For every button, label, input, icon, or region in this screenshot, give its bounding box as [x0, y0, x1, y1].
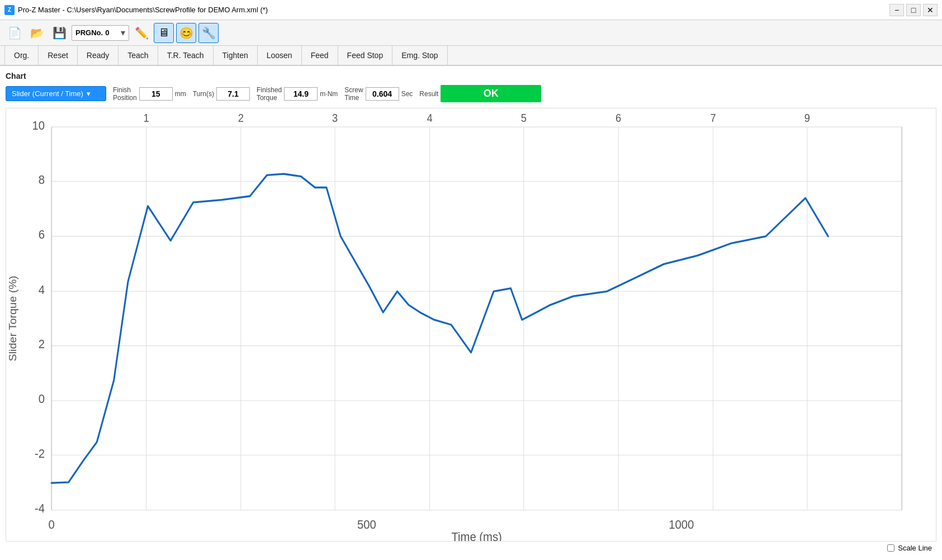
nav-reset[interactable]: Reset	[39, 46, 78, 65]
finish-position-label: FinishPosition	[113, 86, 137, 102]
svg-text:4: 4	[39, 283, 45, 296]
finish-position-group: FinishPosition 15 mm	[113, 86, 186, 102]
nav-feed[interactable]: Feed	[302, 46, 338, 65]
prg-group: PRGNo. 0 ▾	[72, 25, 129, 41]
nav-loosen[interactable]: Loosen	[258, 46, 302, 65]
finished-torque-unit: m·Nm	[320, 90, 338, 98]
navbar: Org. Reset Ready Teach T.R. Teach Tighte…	[0, 46, 942, 66]
result-value: OK	[441, 85, 541, 102]
svg-text:6: 6	[616, 112, 621, 125]
screw-time-label: ScrewTime	[344, 86, 363, 102]
scale-line-row: Scale Line	[6, 542, 936, 554]
nav-emg-stop[interactable]: Emg. Stop	[392, 46, 447, 65]
new-file-button[interactable]: 📄	[4, 23, 25, 43]
prg-value: 0	[105, 29, 119, 37]
nav-ready[interactable]: Ready	[78, 46, 119, 65]
toolbar: 📄 📂 💾 PRGNo. 0 ▾ ✏️ 🖥 😊 🔧	[0, 20, 942, 46]
prg-dropdown-icon[interactable]: ▾	[121, 27, 125, 38]
svg-text:4: 4	[427, 112, 433, 125]
chart-area: 10 8 6 4 2 0 -2 -4 0 500 1000 1 2 3 4 5 …	[6, 108, 936, 542]
close-button[interactable]: ✕	[923, 4, 938, 16]
title-bar: Z Pro-Z Master - C:\Users\Ryan\Documents…	[0, 0, 942, 20]
turns-label: Turn(s)	[193, 90, 214, 98]
turns-value: 7.1	[216, 87, 250, 101]
nav-tighten[interactable]: Tighten	[214, 46, 258, 65]
svg-text:1000: 1000	[669, 518, 694, 531]
window-controls: − □ ✕	[889, 4, 938, 16]
svg-text:0: 0	[39, 392, 45, 406]
screw-time-group: ScrewTime 0.604 Sec	[344, 86, 413, 102]
finish-position-value: 15	[139, 87, 173, 101]
nav-org[interactable]: Org.	[4, 46, 39, 65]
scale-line-checkbox[interactable]	[887, 544, 894, 552]
svg-text:6: 6	[39, 228, 45, 241]
dropdown-label: Slider (Current / Time)	[12, 89, 83, 98]
chart-title: Chart	[6, 72, 936, 80]
svg-text:10: 10	[32, 118, 45, 132]
settings-button[interactable]: 🔧	[198, 23, 219, 43]
open-file-button[interactable]: 📂	[27, 23, 47, 43]
screw-time-value: 0.604	[366, 87, 399, 101]
svg-text:5: 5	[521, 112, 527, 125]
svg-text:Time (ms): Time (ms)	[451, 530, 501, 541]
screw-time-unit: Sec	[401, 90, 413, 98]
chart-svg: 10 8 6 4 2 0 -2 -4 0 500 1000 1 2 3 4 5 …	[6, 108, 936, 541]
svg-text:2: 2	[39, 337, 45, 350]
controls-row: Slider (Current / Time) ▾ FinishPosition…	[6, 85, 936, 102]
nav-tr-teach[interactable]: T.R. Teach	[158, 46, 214, 65]
svg-rect-0	[6, 108, 936, 541]
window-title: Pro-Z Master - C:\Users\Ryan\Documents\S…	[18, 6, 268, 14]
svg-text:2: 2	[238, 112, 244, 125]
edit-button[interactable]: ✏️	[131, 23, 152, 43]
monitor-button[interactable]: 🖥	[154, 23, 174, 43]
finished-torque-label: FinishedTorque	[257, 86, 282, 102]
svg-text:-2: -2	[35, 447, 45, 460]
svg-text:8: 8	[39, 173, 45, 186]
finish-position-unit: mm	[175, 90, 186, 98]
svg-text:500: 500	[357, 518, 376, 531]
svg-text:9: 9	[804, 112, 810, 125]
maximize-button[interactable]: □	[906, 4, 921, 16]
nav-teach[interactable]: Teach	[119, 46, 158, 65]
svg-text:3: 3	[332, 112, 338, 125]
turns-group: Turn(s) 7.1	[193, 87, 250, 101]
finished-torque-value: 14.9	[284, 87, 318, 101]
chart-type-dropdown[interactable]: Slider (Current / Time) ▾	[6, 86, 106, 101]
svg-text:0: 0	[48, 518, 54, 531]
face-button[interactable]: 😊	[176, 23, 196, 43]
finished-torque-group: FinishedTorque 14.9 m·Nm	[257, 86, 338, 102]
minimize-button[interactable]: −	[889, 4, 904, 16]
result-group: Result OK	[419, 85, 541, 102]
result-label: Result	[419, 90, 438, 98]
dropdown-chevron-icon: ▾	[87, 89, 91, 98]
nav-feed-stop[interactable]: Feed Stop	[338, 46, 393, 65]
svg-text:Slider Torque (%): Slider Torque (%)	[7, 276, 18, 361]
title-bar-left: Z Pro-Z Master - C:\Users\Ryan\Documents…	[4, 5, 268, 15]
svg-text:7: 7	[710, 112, 716, 125]
svg-text:1: 1	[143, 112, 149, 125]
app-icon: Z	[4, 5, 15, 15]
main-content: Chart Slider (Current / Time) ▾ FinishPo…	[0, 66, 942, 560]
scale-line-label: Scale Line	[898, 544, 932, 552]
svg-text:-4: -4	[35, 501, 45, 515]
save-button[interactable]: 💾	[49, 23, 69, 43]
prg-label: PRGNo.	[75, 29, 103, 37]
